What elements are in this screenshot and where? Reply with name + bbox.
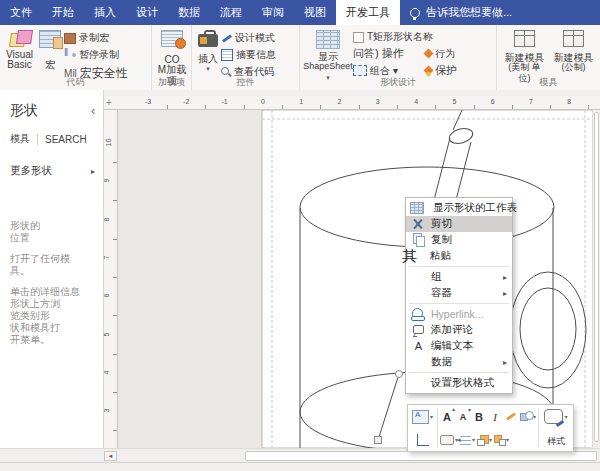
connector-icon: [417, 434, 429, 446]
shrink-font-button[interactable]: A: [456, 408, 470, 425]
tab-developer[interactable]: 开发工具: [336, 0, 400, 25]
behavior-icon: [424, 49, 434, 59]
bring-forward-caret: ▾: [489, 436, 492, 443]
send-backward-button[interactable]: ▾: [494, 431, 509, 448]
scissors-icon: [410, 217, 427, 231]
more-shapes-button[interactable]: 更多形状 ▸: [10, 164, 95, 178]
behavior-button[interactable]: 行为: [425, 46, 455, 61]
ruler-tick-label: 8: [103, 217, 110, 221]
quick-styles-label: 样式: [547, 435, 565, 448]
ribbon-group-stencils: 新建模具 (美制 单位) 新建模具 (公制) 模具: [497, 25, 600, 90]
macros-button[interactable]: 宏: [36, 28, 64, 72]
visual-basic-label-2: Basic: [7, 59, 31, 70]
fill-shapes-icon: [520, 411, 532, 422]
record-macro-button[interactable]: 录制宏: [64, 31, 128, 45]
new-stencil-us-icon: [514, 30, 535, 47]
collapse-panel-icon[interactable]: ‹: [91, 104, 95, 118]
mini-toolbar: ▾ A A B I ▾ ▾ ▾ ▾ ▾ ▾ 样式: [407, 404, 574, 452]
menu-item[interactable]: 复制: [406, 232, 512, 248]
shape-name-checkbox-row[interactable]: T矩形形状名称: [353, 30, 494, 44]
toolbar-divider: [538, 409, 539, 447]
insert-control-button[interactable]: 插入 ▾: [195, 28, 221, 74]
visual-basic-button[interactable]: Visual Basic: [3, 28, 36, 72]
menu-item[interactable]: 剪切: [406, 216, 512, 232]
checkbox-icon: [353, 32, 364, 43]
ruler-tick-label: 6: [491, 98, 495, 105]
menu-item-label: 粘贴: [430, 249, 507, 263]
line-style-icon: [440, 435, 454, 445]
horizontal-scrollbar-thumb[interactable]: [245, 451, 597, 461]
text-block-caret: ▾: [430, 413, 433, 420]
com-addins-icon: [161, 30, 183, 47]
tab-stencils[interactable]: 模具: [10, 132, 30, 146]
tab-file[interactable]: 文件: [0, 0, 42, 25]
selection-endpoint-handle-top[interactable]: [396, 371, 403, 378]
shapes-panel-title: 形状: [10, 102, 38, 120]
menu-item[interactable]: Hyperlink...: [406, 306, 512, 322]
menu-item[interactable]: 设置形状格式: [406, 375, 512, 391]
vertical-scrollbar-thumb[interactable]: [594, 112, 599, 442]
new-stencil-metric-label-2: (公制): [562, 62, 586, 73]
tab-data[interactable]: 数据: [168, 0, 210, 25]
tab-search[interactable]: SEARCH: [45, 134, 87, 145]
menu-item[interactable]: 组▸: [406, 269, 512, 285]
italic-button[interactable]: I: [488, 408, 502, 425]
bold-button[interactable]: B: [472, 408, 486, 425]
tab-view[interactable]: 视图: [294, 0, 336, 25]
menu-item[interactable]: 容器▸: [406, 285, 512, 301]
drawing-canvas[interactable]: [118, 110, 600, 448]
tab-design[interactable]: 设计: [126, 0, 168, 25]
tab-process[interactable]: 流程: [210, 0, 252, 25]
menu-item-label: 剪切: [431, 217, 507, 231]
selection-endpoint-handle-bottom[interactable]: [375, 437, 382, 444]
format-painter-icon: [505, 411, 516, 422]
fill-shapes-button[interactable]: ▾: [520, 408, 536, 425]
text-block-button[interactable]: ▾: [410, 408, 435, 425]
description-paragraph: 单击的详细信息形状上方浏览类别形状和模具打开菜单。: [10, 286, 95, 346]
align-button[interactable]: ▾: [460, 431, 475, 448]
menu-item-label: Hyperlink...: [431, 308, 507, 320]
ruler-tick-label: 7: [529, 98, 533, 105]
description-line: 状和模具打: [10, 322, 95, 334]
tab-divider: [37, 134, 38, 145]
new-stencil-metric-button[interactable]: 新建模具 (公制): [549, 28, 598, 75]
tab-home[interactable]: 开始: [42, 0, 84, 25]
description-paragraph: 形状的位置: [10, 220, 95, 244]
menu-item[interactable]: 数据▸: [406, 354, 512, 370]
tab-insert[interactable]: 插入: [84, 0, 126, 25]
grow-font-button[interactable]: A: [440, 408, 454, 425]
submenu-arrow-icon: ▸: [503, 289, 507, 298]
tell-me-box[interactable]: 告诉我您想要做...: [400, 0, 522, 25]
menu-item[interactable]: 添加评论: [406, 322, 512, 338]
ruler-tick: [512, 105, 513, 109]
visual-basic-icon: [9, 30, 31, 47]
design-mode-button[interactable]: 设计模式: [221, 31, 276, 45]
line-style-button[interactable]: ▾: [440, 431, 458, 448]
tab-review[interactable]: 审阅: [252, 0, 294, 25]
connector-button[interactable]: [410, 431, 435, 448]
menu-item[interactable]: A编辑文本: [406, 338, 512, 354]
ruler-tick: [588, 105, 589, 109]
vertical-ruler: 109876543: [104, 110, 118, 448]
quick-styles-button[interactable]: ▾: [544, 408, 567, 425]
format-painter-button[interactable]: [504, 408, 518, 425]
tell-me-label: 告诉我您想要做...: [426, 5, 512, 20]
bring-forward-button[interactable]: ▾: [477, 431, 492, 448]
lightbulb-icon: [410, 8, 420, 18]
pause-recording-button[interactable]: 暂停录制: [64, 48, 128, 62]
vertical-scrollbar[interactable]: [592, 110, 600, 448]
scroll-left-arrow-icon[interactable]: ◂: [104, 451, 117, 461]
ruler-tick: [113, 277, 117, 278]
quick-styles-icon: [544, 409, 563, 424]
menu-item[interactable]: 其粘贴: [406, 248, 512, 264]
group-label-stencils: 模具: [497, 76, 600, 89]
qa-operation-button[interactable]: 问答) 操作: [353, 46, 419, 61]
context-menu: 显示形状的工作表剪切复制其粘贴组▸容器▸Hyperlink...添加评论A编辑文…: [405, 197, 513, 394]
shapes-panel-description: 形状的位置打开了任何模具。单击的详细信息形状上方浏览类别形状和模具打开菜单。: [10, 220, 95, 346]
ruler-tick-label: 6: [103, 294, 110, 298]
summary-info-button[interactable]: 摘要信息: [221, 48, 276, 62]
ruler-tick: [474, 105, 475, 109]
ribbon-tab-bar: 文件 开始 插入 设计 数据 流程 审阅 视图 开发工具 告诉我您想要做...: [0, 0, 600, 25]
ruler-tick-label: 3: [103, 409, 110, 413]
menu-item[interactable]: 显示形状的工作表: [406, 200, 512, 216]
